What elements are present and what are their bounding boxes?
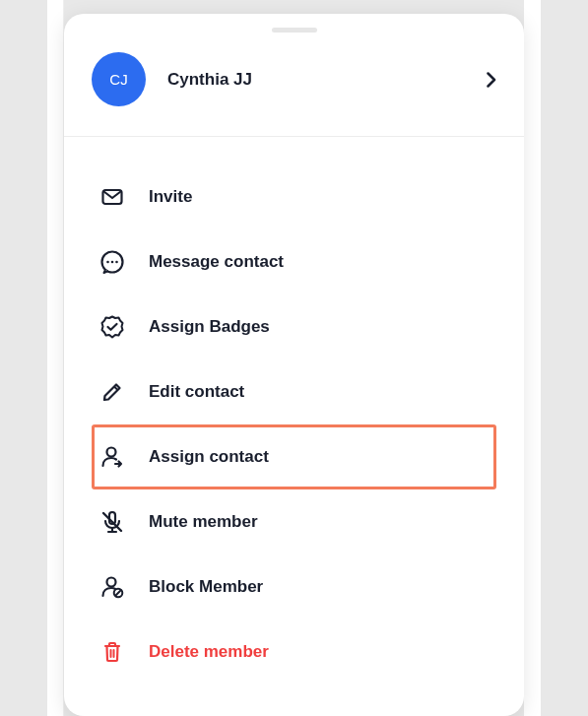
menu-item-mute[interactable]: Mute member <box>92 489 496 554</box>
menu-label: Assign contact <box>149 447 269 467</box>
menu-item-message[interactable]: Message contact <box>92 229 496 294</box>
menu-item-assign[interactable]: Assign contact <box>92 424 496 489</box>
menu-label: Block Member <box>149 577 263 597</box>
menu-label: Assign Badges <box>149 317 270 337</box>
menu-item-badges[interactable]: Assign Badges <box>92 294 496 359</box>
chevron-right-icon <box>487 72 496 88</box>
person-arrow-icon <box>99 444 125 470</box>
menu-label: Delete member <box>149 642 269 662</box>
avatar-initials: CJ <box>109 71 127 88</box>
chat-icon <box>99 249 125 275</box>
avatar: CJ <box>92 52 146 106</box>
backdrop-right <box>524 0 541 716</box>
menu-list: Invite Message contact As <box>64 137 524 684</box>
profile-name: Cynthia JJ <box>167 70 487 90</box>
menu-item-block[interactable]: Block Member <box>92 554 496 619</box>
menu-label: Invite <box>149 187 192 207</box>
mic-off-icon <box>99 509 125 535</box>
svg-point-3 <box>111 261 114 264</box>
menu-item-invite[interactable]: Invite <box>92 164 496 229</box>
svg-point-6 <box>107 448 116 457</box>
menu-label: Mute member <box>149 512 258 532</box>
envelope-icon <box>99 184 125 210</box>
pencil-icon <box>99 379 125 405</box>
svg-line-13 <box>115 590 121 596</box>
profile-header[interactable]: CJ Cynthia JJ <box>64 33 524 137</box>
svg-point-11 <box>107 578 116 587</box>
menu-label: Edit contact <box>149 382 244 402</box>
trash-icon <box>99 639 125 665</box>
svg-point-2 <box>106 261 109 264</box>
backdrop-left <box>47 0 64 716</box>
menu-item-edit[interactable]: Edit contact <box>92 359 496 424</box>
person-block-icon <box>99 574 125 600</box>
menu-label: Message contact <box>149 252 284 272</box>
badge-icon <box>99 314 125 340</box>
menu-item-delete[interactable]: Delete member <box>92 619 496 684</box>
member-actions-modal: CJ Cynthia JJ Invite <box>64 14 524 716</box>
svg-point-4 <box>115 261 118 264</box>
